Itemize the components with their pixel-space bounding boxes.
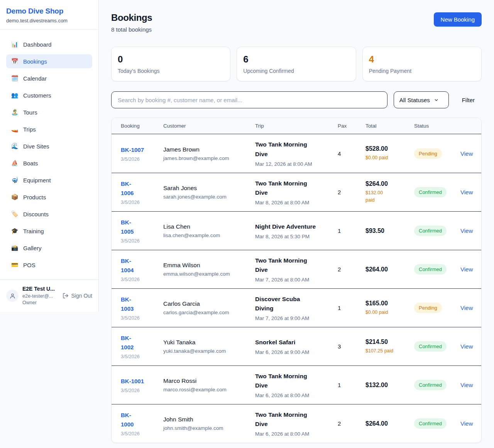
sidebar-item-pos[interactable]: 💳 POS (6, 258, 92, 272)
shop-name: Demo Dive Shop (6, 7, 92, 15)
sign-out-icon (63, 293, 69, 299)
booking-id-link[interactable]: BK- 1004 (121, 256, 163, 275)
view-link[interactable]: View (460, 189, 473, 195)
trip-name: Two Tank Morning Dive (255, 256, 338, 275)
sidebar-item-trips[interactable]: 🚤 Trips (6, 122, 92, 136)
total-amount: $165.00 (365, 300, 414, 307)
view-link[interactable]: View (460, 305, 473, 311)
main-content: Bookings 8 total bookings New Booking 0 … (99, 0, 494, 448)
island-icon: 🏝️ (11, 109, 19, 116)
table-header-row: Booking Customer Trip Pax Total Status (112, 118, 481, 134)
customer-name: James Brown (163, 146, 255, 153)
sidebar-item-dashboard[interactable]: 📊 Dashboard (6, 37, 92, 51)
view-link[interactable]: View (460, 343, 473, 350)
status-badge: Confirmed (414, 380, 447, 390)
pax-count: 3 (338, 343, 365, 350)
trip-datetime: Mar 8, 2026 at 5:30 PM (255, 234, 338, 239)
table-row: BK- 1006 3/5/2026 Sarah Jones sarah.jone… (112, 173, 481, 211)
new-booking-button[interactable]: New Booking (434, 12, 482, 27)
sidebar-item-gallery[interactable]: 📸 Gallery (6, 241, 92, 255)
booking-id-link[interactable]: BK-1001 (121, 377, 163, 386)
booking-date: 3/5/2026 (121, 157, 163, 162)
status-filter-select[interactable]: All Statuses (394, 91, 449, 108)
trip-name: Snorkel Safari (255, 338, 338, 347)
tag-icon: 🏷️ (11, 211, 19, 217)
booking-id-link[interactable]: BK- 1006 (121, 179, 163, 198)
trip-name: Night Dive Adventure (255, 222, 338, 231)
stat-label: Upcoming Confirmed (243, 68, 349, 74)
user-meta: E2E Test U... e2e-tester@... Owner (22, 286, 59, 306)
package-icon: 📦 (11, 194, 19, 200)
sidebar-item-discounts[interactable]: 🏷️ Discounts (6, 207, 92, 221)
booking-date: 3/5/2026 (121, 200, 163, 205)
sidebar-item-bookings[interactable]: 📅 Bookings (6, 54, 92, 68)
paid-amount: $107.25 paid (365, 347, 414, 355)
view-link[interactable]: View (460, 382, 473, 388)
booking-id-link[interactable]: BK- 1000 (121, 411, 163, 429)
status-badge: Confirmed (414, 341, 447, 352)
pax-count: 2 (338, 420, 365, 427)
booking-id-link[interactable]: BK- 1003 (121, 295, 163, 313)
booking-date: 3/5/2026 (121, 315, 163, 321)
table-row: BK-1007 3/5/2026 James Brown james.brown… (112, 134, 481, 173)
total-amount: $264.00 (365, 180, 414, 187)
status-badge: Confirmed (414, 264, 447, 275)
sidebar-item-dive-sites[interactable]: 🌊 Dive Sites (6, 139, 92, 153)
sidebar-item-tours[interactable]: 🏝️ Tours (6, 105, 92, 119)
pax-count: 2 (338, 189, 365, 195)
view-link[interactable]: View (460, 420, 473, 427)
paid-amount: $0.00 paid (365, 154, 414, 162)
view-link[interactable]: View (460, 227, 473, 234)
filter-button[interactable]: Filter (455, 93, 482, 107)
total-amount: $93.50 (365, 227, 414, 234)
bar-chart-icon: 📊 (11, 41, 19, 48)
sidebar-item-products[interactable]: 📦 Products (6, 190, 92, 204)
sidebar-item-training[interactable]: 🎓 Training (6, 224, 92, 238)
booking-id-link[interactable]: BK-1007 (121, 145, 163, 155)
paid-amount: $0.00 paid (365, 309, 414, 316)
stat-card-upcoming-confirmed: 6 Upcoming Confirmed (237, 47, 356, 81)
search-input[interactable] (111, 91, 387, 108)
sidebar-item-equipment[interactable]: 🤿 Equipment (6, 173, 92, 187)
sidebar: Demo Dive Shop demo.test.divestreams.com… (0, 0, 99, 312)
total-amount: $214.50 (365, 339, 414, 345)
user-name: E2E Test U... (22, 286, 59, 292)
sidebar-item-label: Dive Sites (23, 143, 49, 150)
sign-out-label: Sign Out (71, 293, 92, 299)
booking-id-link[interactable]: BK- 1005 (121, 218, 163, 236)
status-badge: Confirmed (414, 418, 447, 429)
trip-datetime: Mar 6, 2026 at 8:00 AM (255, 431, 338, 437)
sailboat-icon: ⛵ (11, 160, 19, 167)
view-link[interactable]: View (460, 266, 473, 273)
stat-value: 0 (118, 54, 224, 65)
sidebar-item-label: Training (23, 228, 44, 234)
diving-mask-icon: 🤿 (11, 177, 19, 184)
sidebar-item-boats[interactable]: ⛵ Boats (6, 156, 92, 170)
status-badge: Confirmed (414, 187, 447, 197)
booking-id-link[interactable]: BK- 1002 (121, 333, 163, 352)
speedboat-icon: 🚤 (11, 126, 19, 133)
avatar (6, 290, 19, 302)
sign-out-button[interactable]: Sign Out (63, 293, 92, 299)
trip-datetime: Mar 7, 2026 at 8:00 AM (255, 277, 338, 283)
stat-card-pending-payment: 4 Pending Payment (362, 47, 482, 81)
sidebar-item-customers[interactable]: 👥 Customers (6, 88, 92, 102)
sidebar-item-label: Equipment (23, 177, 51, 184)
customer-email: carlos.garcia@example.com (163, 310, 255, 315)
booking-date: 3/5/2026 (121, 354, 163, 359)
pax-count: 1 (338, 227, 365, 234)
pax-count: 4 (338, 150, 365, 157)
user-role: Owner (22, 300, 59, 306)
wave-icon: 🌊 (11, 143, 19, 150)
pax-count: 1 (338, 305, 365, 311)
table-row: BK-1001 3/5/2026 Marco Rossi marco.rossi… (112, 365, 481, 404)
customer-name: Emma Wilson (163, 262, 255, 269)
sidebar-item-label: Gallery (23, 245, 42, 251)
view-link[interactable]: View (460, 150, 473, 157)
shop-domain: demo.test.divestreams.com (6, 18, 92, 24)
customer-name: Yuki Tanaka (163, 339, 255, 346)
table-row: BK- 1000 3/5/2026 John Smith john.smith@… (112, 404, 481, 443)
table-body: BK-1007 3/5/2026 James Brown james.brown… (112, 134, 481, 443)
customer-name: John Smith (163, 416, 255, 423)
sidebar-item-calendar[interactable]: 🗓️ Calendar (6, 71, 92, 85)
